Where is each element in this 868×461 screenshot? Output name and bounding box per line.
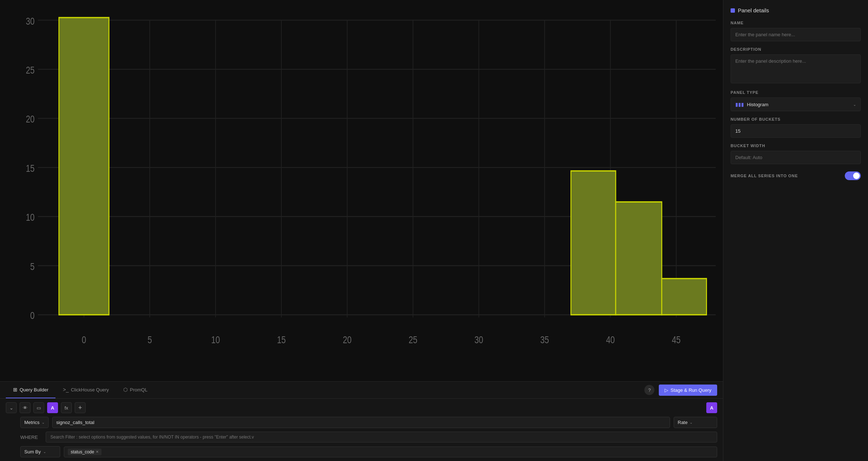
query-builder-body: ⌄ 👁 ▭ A fx + A (0, 399, 723, 461)
tag-status-code: status_code ✕ (68, 449, 102, 455)
tab-promql[interactable]: ⬡ PromQL (116, 382, 154, 398)
rate-dropdown[interactable]: Rate ⌄ (674, 417, 717, 428)
svg-text:45: 45 (672, 334, 681, 345)
formula-button[interactable]: fx (61, 402, 72, 413)
svg-text:10: 10 (26, 212, 34, 223)
tab-bar-right: ? ▷ Stage & Run Query (644, 385, 717, 396)
panel-dot (731, 8, 735, 13)
visibility-button[interactable]: 👁 (20, 402, 30, 413)
panel-type-value: Histogram (747, 102, 768, 107)
help-button[interactable]: ? (644, 385, 654, 395)
histogram-chart-icon: ▮▮▮ (735, 101, 744, 107)
panel-type-chevron-icon: ⌄ (853, 103, 856, 107)
svg-text:0: 0 (82, 334, 86, 345)
histogram-bar-3 (616, 202, 662, 315)
filter-input[interactable] (46, 432, 717, 443)
clickhouse-icon: >_ (63, 387, 69, 393)
query-fields-row: Metrics ⌄ Rate ⌄ (6, 417, 717, 428)
tab-bar: ⊞ Query Builder >_ ClickHouse Query ⬡ Pr… (0, 382, 723, 399)
tab-bar-left: ⊞ Query Builder >_ ClickHouse Query ⬡ Pr… (6, 382, 155, 398)
copy-icon: ▭ (37, 405, 41, 411)
merge-label: MERGE ALL SERIES INTO ONE (731, 174, 798, 178)
chart-svg: 30 25 20 15 10 5 0 0 5 10 15 20 25 3 (18, 7, 716, 378)
sumby-label: Sum By (24, 449, 41, 454)
collapse-button[interactable]: ⌄ (6, 402, 17, 413)
panel-details-header: Panel details (731, 7, 861, 13)
query-section: ⊞ Query Builder >_ ClickHouse Query ⬡ Pr… (0, 381, 723, 461)
query-label-a: A (47, 402, 58, 413)
name-label: NAME (731, 21, 861, 25)
tab-promql-label: PromQL (130, 387, 147, 393)
tag-label: status_code (71, 449, 94, 454)
tab-clickhouse-label: ClickHouse Query (71, 387, 109, 393)
svg-text:25: 25 (26, 64, 34, 75)
tags-input[interactable]: status_code ✕ (64, 447, 717, 457)
svg-text:30: 30 (474, 334, 483, 345)
svg-text:30: 30 (26, 15, 34, 26)
source-chevron-icon: ⌄ (42, 420, 45, 424)
svg-text:15: 15 (26, 162, 34, 174)
duplicate-button[interactable]: ▭ (33, 402, 44, 413)
histogram-bar-2 (571, 171, 616, 315)
svg-text:15: 15 (277, 334, 286, 345)
rate-label: Rate (678, 420, 687, 425)
panel-type-select[interactable]: ▮▮▮ Histogram ⌄ (731, 97, 861, 111)
svg-text:40: 40 (606, 334, 615, 345)
query-label-a-right: A (706, 402, 717, 413)
buckets-input[interactable] (731, 124, 861, 138)
rate-chevron-icon: ⌄ (690, 420, 693, 424)
run-icon: ▷ (665, 387, 668, 393)
source-select[interactable]: Metrics ⌄ (20, 417, 49, 428)
tab-query-builder[interactable]: ⊞ Query Builder (6, 382, 55, 398)
tab-query-builder-label: Query Builder (20, 387, 48, 393)
svg-text:25: 25 (409, 334, 417, 345)
panel-type-label: PANEL TYPE (731, 90, 861, 95)
main-area: 30 25 20 15 10 5 0 0 5 10 15 20 25 3 (0, 0, 723, 461)
histogram-bar-4 (662, 279, 706, 315)
where-row: WHERE (6, 432, 717, 443)
chart-container: 30 25 20 15 10 5 0 0 5 10 15 20 25 3 (0, 0, 723, 381)
query-controls-row: ⌄ 👁 ▭ A fx + A (6, 402, 717, 413)
panel-description-input[interactable] (731, 54, 861, 83)
buckets-label: NUMBER OF BUCKETS (731, 117, 861, 121)
merge-toggle[interactable] (845, 171, 861, 180)
add-query-button[interactable]: + (75, 402, 86, 413)
tag-close-icon[interactable]: ✕ (96, 450, 99, 454)
bucket-width-label: BUCKET WIDTH (731, 144, 861, 148)
panel-name-input[interactable] (731, 28, 861, 41)
stage-run-button[interactable]: ▷ Stage & Run Query (659, 385, 717, 396)
bucket-width-input[interactable] (731, 151, 861, 164)
plus-icon: + (78, 404, 82, 412)
sumby-select[interactable]: Sum By ⌄ (20, 446, 60, 457)
svg-text:20: 20 (26, 113, 34, 125)
sumby-chevron-icon: ⌄ (43, 450, 46, 454)
merge-row: MERGE ALL SERIES INTO ONE (731, 171, 861, 180)
svg-text:5: 5 (30, 261, 34, 272)
where-label: WHERE (20, 435, 42, 440)
right-panel: Panel details NAME DESCRIPTION PANEL TYP… (723, 0, 868, 461)
chevron-down-icon: ⌄ (9, 405, 13, 411)
query-builder-icon: ⊞ (13, 387, 17, 393)
source-label: Metrics (24, 420, 40, 425)
eye-icon: 👁 (23, 405, 28, 411)
svg-text:5: 5 (148, 334, 152, 345)
sumby-row: Sum By ⌄ status_code ✕ (6, 446, 717, 457)
metric-name-input[interactable] (52, 417, 670, 428)
svg-text:0: 0 (30, 310, 34, 321)
svg-text:35: 35 (540, 334, 549, 345)
panel-type-select-left: ▮▮▮ Histogram (735, 101, 768, 107)
formula-icon: fx (65, 405, 68, 411)
svg-text:20: 20 (343, 334, 351, 345)
promql-icon: ⬡ (123, 387, 128, 393)
histogram-bar-1 (59, 18, 109, 315)
description-label: DESCRIPTION (731, 47, 861, 51)
tab-clickhouse[interactable]: >_ ClickHouse Query (55, 382, 116, 398)
panel-details-title: Panel details (738, 7, 769, 13)
svg-text:10: 10 (211, 334, 220, 345)
